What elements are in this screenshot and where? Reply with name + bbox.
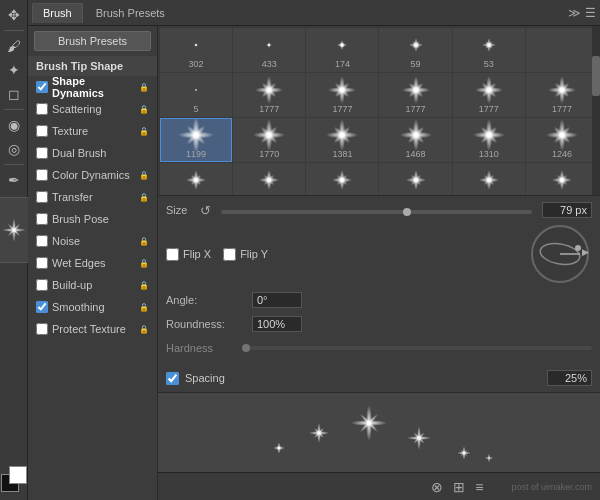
sidebar-item-smoothing[interactable]: Smoothing🔒 [28,296,157,318]
presets-button[interactable]: Brush Presets [34,31,151,51]
grid-scrollbar[interactable] [592,26,600,195]
sidebar-item-brush-pose[interactable]: Brush Pose [28,208,157,230]
brush-grid-inner: 3024331745953517771777177717771777119917… [158,26,600,196]
brush-label-0-1: 433 [262,59,277,69]
brush-cell-0-1[interactable]: 433 [233,28,305,72]
brush-cell-0-3[interactable]: 59 [379,28,451,72]
brush-cell-0-2[interactable]: 174 [306,28,378,72]
brush-cell-3-2[interactable]: 931 [306,163,378,196]
svg-point-93 [575,245,581,251]
tool-sep-2 [4,109,24,110]
size-label: Size [166,204,194,216]
bottom-list-icon[interactable]: ≡ [473,477,485,497]
brush-cell-2-2[interactable]: 1381 [306,118,378,162]
flip-y-item: Flip Y [223,248,268,261]
tool-sep-1 [4,30,24,31]
brush-stroke-preview [158,392,600,472]
brush-cell-0-0[interactable]: 302 [160,28,232,72]
pen-tool-btn[interactable]: ✒ [3,169,25,191]
sidebar-checkbox-6[interactable] [36,213,48,225]
roundness-input[interactable] [252,316,302,332]
sidebar-item-noise[interactable]: Noise🔒 [28,230,157,252]
brush-cell-1-0[interactable]: 5 [160,73,232,117]
brush-cell-3-5[interactable]: 1321 [526,163,598,196]
blur-tool-btn[interactable]: ◉ [3,114,25,136]
sidebar-checkbox-0[interactable] [36,81,48,93]
lock-icon-2: 🔒 [139,127,149,136]
brush-cell-2-5[interactable]: 1246 [526,118,598,162]
bottom-grid-icon[interactable]: ⊞ [451,477,467,497]
sidebar-item-wet-edges[interactable]: Wet Edges🔒 [28,252,157,274]
sidebar-item-color-dynamics[interactable]: Color Dynamics🔒 [28,164,157,186]
sidebar-label-8: Wet Edges [52,257,106,269]
brush-cell-3-1[interactable]: 1319 [233,163,305,196]
brush-cell-3-4[interactable]: 1310 [453,163,525,196]
tab-brush[interactable]: Brush [32,3,83,23]
brush-label-2-5: 1246 [552,149,572,159]
brush-cell-2-3[interactable]: 1468 [379,118,451,162]
reset-size-icon[interactable]: ↺ [200,203,211,218]
sidebar-item-protect-texture[interactable]: Protect Texture🔒 [28,318,157,340]
svg-point-116 [484,457,494,459]
brush-grid: 3024331745953517771777177717771777119917… [158,26,600,196]
watermark: post of uimaker.com [511,482,592,492]
flip-y-checkbox[interactable] [223,248,236,261]
tab-bar: Brush Brush Presets ≫ ☰ [28,0,600,26]
sidebar-item-dual-brush[interactable]: Dual Brush [28,142,157,164]
flip-x-checkbox[interactable] [166,248,179,261]
sidebar-checkbox-4[interactable] [36,169,48,181]
menu-icon[interactable]: ☰ [585,6,596,20]
sidebar-checkbox-10[interactable] [36,301,48,313]
sidebar-checkbox-8[interactable] [36,257,48,269]
brush-cell-3-3[interactable]: 1319 [379,163,451,196]
brush-label-0-2: 174 [335,59,350,69]
sidebar-checkbox-1[interactable] [36,103,48,115]
sidebar-item-scattering[interactable]: Scattering🔒 [28,98,157,120]
panel-sidebar: Brush Presets Brush Tip Shape Shape Dyna… [28,26,158,500]
sidebar-checkbox-3[interactable] [36,147,48,159]
sidebar-checkbox-5[interactable] [36,191,48,203]
scrollbar-thumb[interactable] [592,56,600,96]
dodge-tool-btn[interactable]: ◎ [3,138,25,160]
brush-label-3-3: 1319 [406,194,426,196]
sidebar-checkbox-7[interactable] [36,235,48,247]
svg-point-5 [194,44,198,47]
size-slider[interactable] [221,210,532,214]
brush-cell-2-4[interactable]: 1310 [453,118,525,162]
move-tool-btn[interactable]: ✥ [3,4,25,26]
brush-cell-2-1[interactable]: 1770 [233,118,305,162]
angle-input[interactable] [252,292,302,308]
sidebar-item-build-up[interactable]: Build-up🔒 [28,274,157,296]
flip-y-label: Flip Y [240,248,268,260]
brush-cell-1-5[interactable]: 1777 [526,73,598,117]
sidebar-checkbox-11[interactable] [36,323,48,335]
hardness-slider[interactable] [242,346,592,350]
brush-cell-2-0[interactable]: 1199 [160,118,232,162]
roundness-row: Roundness: [166,314,592,334]
brush-cell-3-0[interactable]: 1310 [160,163,232,196]
sidebar-item-shape-dynamics[interactable]: Shape Dynamics🔒 [28,76,157,98]
spacing-checkbox[interactable] [166,372,179,385]
panel-content: 3024331745953517771777177717771777119917… [158,26,600,500]
spacing-label: Spacing [185,372,225,384]
brush-label-1-2: 1777 [332,104,352,114]
brush-cell-0-5[interactable] [526,28,598,72]
sidebar-checkbox-2[interactable] [36,125,48,137]
stamp-tool-btn[interactable]: ✦ [3,59,25,81]
brush-label-3-5: 1321 [552,194,572,196]
brush-label-2-3: 1468 [406,149,426,159]
bottom-brush-icon[interactable]: ⊗ [429,477,445,497]
expand-icon[interactable]: ≫ [568,6,581,20]
sidebar-item-transfer[interactable]: Transfer🔒 [28,186,157,208]
brush-cell-1-4[interactable]: 1777 [453,73,525,117]
brush-cell-1-3[interactable]: 1777 [379,73,451,117]
brush-cell-1-2[interactable]: 1777 [306,73,378,117]
sidebar-label-10: Smoothing [52,301,105,313]
sidebar-item-texture[interactable]: Texture🔒 [28,120,157,142]
brush-cell-0-4[interactable]: 53 [453,28,525,72]
brush-tool-btn[interactable]: 🖌 [3,35,25,57]
sidebar-checkbox-9[interactable] [36,279,48,291]
tab-brush-presets[interactable]: Brush Presets [85,3,176,23]
eraser-tool-btn[interactable]: ◻ [3,83,25,105]
brush-cell-1-1[interactable]: 1777 [233,73,305,117]
